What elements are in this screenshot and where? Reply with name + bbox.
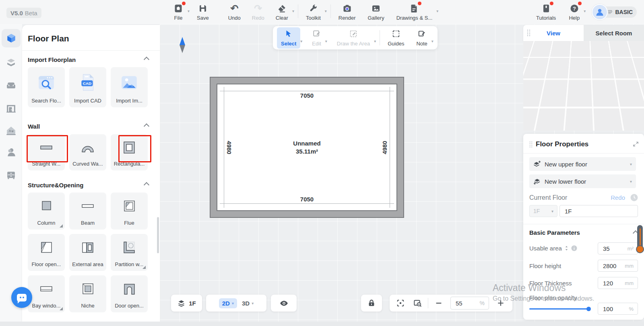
- floorplan-room-interior[interactable]: 7050 7050 4980 4980 Unnamed 35.11m²: [217, 84, 397, 211]
- opacity-input[interactable]: [602, 305, 624, 313]
- card-search-floorplan[interactable]: Search Flo...: [28, 67, 65, 107]
- rail-item-storage-furniture[interactable]: [2, 166, 21, 184]
- panel-scrollbar[interactable]: [157, 217, 159, 253]
- card-niche[interactable]: Niche: [69, 275, 106, 312]
- opacity-slider-knob[interactable]: [586, 307, 591, 311]
- note-button[interactable]: Note: [412, 27, 431, 49]
- section-wall[interactable]: Wall: [28, 123, 149, 130]
- floor-switcher-pill[interactable]: 1F: [171, 295, 202, 312]
- sort-arrows-icon[interactable]: [564, 245, 569, 251]
- floor-name-input[interactable]: [564, 207, 586, 215]
- select-dropdown-caret[interactable]: ▾: [300, 39, 302, 43]
- card-door-opening[interactable]: Door open...: [111, 275, 148, 312]
- drawings-schemes-button[interactable]: Drawings & S...: [392, 2, 437, 22]
- help-button[interactable]: ? Help: [565, 2, 584, 22]
- mode-2d-button[interactable]: 2D ▾: [219, 298, 237, 308]
- redo-button[interactable]: ↷ Redo: [248, 2, 268, 22]
- rail-item-floor-plan[interactable]: [2, 29, 21, 47]
- card-import-image[interactable]: Import Im...: [111, 67, 148, 107]
- file-dropdown-caret[interactable]: ▾: [188, 9, 190, 13]
- card-bay-window[interactable]: Bay windo...: [28, 275, 65, 312]
- fit-view-button[interactable]: [394, 296, 407, 310]
- lock-pill[interactable]: [361, 295, 382, 312]
- card-flue[interactable]: Flue: [111, 193, 148, 230]
- draw-area-dropdown-caret[interactable]: ▾: [374, 39, 376, 43]
- support-chat-button[interactable]: [11, 287, 32, 308]
- card-curved-wall[interactable]: Curved Wa...: [69, 134, 106, 170]
- floor-height-input[interactable]: [602, 262, 624, 270]
- card-partition-wall[interactable]: Partition w...: [111, 234, 148, 271]
- toolkit-button[interactable]: Toolkit: [302, 2, 325, 22]
- rail-item-doors-windows[interactable]: [2, 99, 21, 117]
- tutorials-button[interactable]: Tutorials: [532, 2, 560, 22]
- opacity-slider[interactable]: [529, 308, 589, 310]
- new-upper-floor-button[interactable]: New upper floor ▾: [529, 157, 636, 171]
- card-beam[interactable]: Beam: [69, 193, 106, 230]
- new-lower-floor-button[interactable]: New lower floor ▾: [529, 174, 636, 188]
- card-rectangular-wall[interactable]: Rectangula...: [111, 134, 148, 170]
- usable-area-input[interactable]: [602, 245, 624, 252]
- floor-name-field[interactable]: [559, 205, 638, 217]
- drag-handle-icon[interactable]: [526, 29, 531, 37]
- rail-item-ai-design[interactable]: [2, 121, 21, 140]
- collapse-chevron-icon[interactable]: [144, 182, 149, 188]
- north-compass-icon[interactable]: [179, 37, 186, 53]
- edit-tool-button[interactable]: Edit: [308, 27, 325, 49]
- drawings-dropdown-caret[interactable]: ▾: [436, 9, 438, 13]
- collapse-chevron-icon[interactable]: [144, 57, 149, 62]
- note-dropdown-caret[interactable]: ▾: [431, 39, 433, 43]
- expand-panel-icon[interactable]: [633, 141, 639, 147]
- rail-item-profile[interactable]: [2, 143, 21, 162]
- drag-handle-icon[interactable]: [529, 141, 533, 148]
- usable-area-field[interactable]: m²: [598, 242, 638, 254]
- toolkit-dropdown-caret[interactable]: ▾: [325, 9, 327, 13]
- opacity-field[interactable]: %: [598, 303, 638, 315]
- floor-thickness-input[interactable]: [602, 279, 624, 287]
- card-floor-opening[interactable]: Floor open...: [28, 234, 65, 271]
- draw-area-button[interactable]: Draw the Area: [333, 27, 374, 49]
- card-import-cad[interactable]: CAD Import CAD: [69, 67, 106, 107]
- visibility-pill[interactable]: [271, 295, 297, 312]
- help-dropdown-caret[interactable]: ▾: [584, 9, 586, 13]
- mode-3d-button[interactable]: 3D ▾: [242, 300, 254, 307]
- file-button[interactable]: File: [169, 2, 188, 22]
- preview-resize-handle[interactable]: [526, 121, 533, 128]
- zoom-out-button[interactable]: [432, 296, 446, 310]
- clear-dropdown-caret[interactable]: ▾: [292, 9, 294, 13]
- tab-view[interactable]: View: [523, 25, 584, 41]
- rail-item-furnishings[interactable]: [2, 76, 21, 95]
- edit-dropdown-caret[interactable]: ▾: [325, 39, 327, 43]
- floor-select[interactable]: 1F ▾: [529, 205, 557, 217]
- save-button[interactable]: Save: [193, 2, 213, 22]
- card-straight-wall[interactable]: Straight W...: [28, 134, 65, 170]
- section-import-floorplan[interactable]: Import Floorplan: [28, 56, 149, 63]
- tab-select-room[interactable]: Select Room: [584, 25, 644, 41]
- render-button[interactable]: Render: [334, 2, 360, 22]
- room-label[interactable]: Unnamed 35.11m²: [293, 139, 320, 156]
- collapse-chevron-icon[interactable]: [144, 123, 149, 129]
- select-tool-button[interactable]: Select: [277, 27, 300, 49]
- floor-height-field[interactable]: mm: [598, 260, 638, 272]
- section-structure-opening[interactable]: Structure&Opening: [28, 182, 149, 189]
- clear-button[interactable]: Clear: [272, 2, 292, 22]
- floor-thickness-field[interactable]: mm: [598, 277, 638, 289]
- zoom-in-button[interactable]: [494, 296, 508, 310]
- guides-button[interactable]: Guides: [384, 27, 408, 49]
- undo-button[interactable]: ↶ Undo: [224, 2, 245, 22]
- card-column[interactable]: Column: [28, 193, 65, 230]
- upper-floor-caret[interactable]: ▾: [630, 162, 632, 166]
- card-external-area[interactable]: External area: [69, 234, 106, 271]
- lower-floor-caret[interactable]: ▾: [630, 179, 632, 184]
- scroll-thermometer-widget[interactable]: [637, 225, 643, 251]
- zoom-level-input[interactable]: [455, 299, 469, 307]
- floorplan-room[interactable]: 7050 7050 4980 4980 Unnamed 35.11m²: [210, 77, 404, 218]
- view-3d-preview[interactable]: [523, 41, 644, 131]
- history-clock-icon[interactable]: [630, 194, 638, 201]
- avatar[interactable]: [592, 4, 608, 20]
- redo-link[interactable]: Redo: [611, 194, 625, 201]
- info-icon[interactable]: [571, 245, 577, 251]
- zoom-level-field[interactable]: %: [450, 297, 489, 310]
- zoom-to-area-button[interactable]: [411, 296, 424, 310]
- rail-item-floors[interactable]: [2, 53, 21, 72]
- gallery-button[interactable]: Gallery: [363, 2, 388, 22]
